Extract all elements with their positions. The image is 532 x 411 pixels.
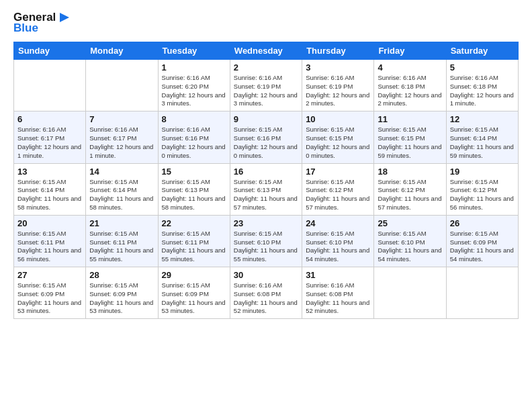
day-number: 16 xyxy=(234,167,298,177)
day-number: 4 xyxy=(378,62,442,73)
day-number: 26 xyxy=(450,218,515,228)
calendar-cell: 25Sunrise: 6:15 AM Sunset: 6:10 PM Dayli… xyxy=(374,215,446,267)
calendar-cell: 21Sunrise: 6:15 AM Sunset: 6:11 PM Dayli… xyxy=(86,215,158,267)
day-info: Sunrise: 6:15 AM Sunset: 6:11 PM Dayligh… xyxy=(17,230,82,264)
logo: General Blue xyxy=(13,11,69,35)
day-number: 3 xyxy=(306,62,370,73)
day-number: 10 xyxy=(306,114,370,124)
logo-blue-text: Blue xyxy=(13,21,38,35)
day-number: 6 xyxy=(17,114,82,124)
day-info: Sunrise: 6:15 AM Sunset: 6:16 PM Dayligh… xyxy=(234,126,298,160)
day-number: 13 xyxy=(17,167,82,177)
day-info: Sunrise: 6:15 AM Sunset: 6:10 PM Dayligh… xyxy=(378,230,442,264)
day-info: Sunrise: 6:15 AM Sunset: 6:13 PM Dayligh… xyxy=(234,178,298,212)
calendar-cell: 10Sunrise: 6:15 AM Sunset: 6:15 PM Dayli… xyxy=(302,111,374,163)
calendar-cell: 11Sunrise: 6:15 AM Sunset: 6:15 PM Dayli… xyxy=(374,111,446,163)
calendar-cell: 23Sunrise: 6:15 AM Sunset: 6:10 PM Dayli… xyxy=(230,215,302,267)
day-info: Sunrise: 6:15 AM Sunset: 6:12 PM Dayligh… xyxy=(306,178,370,212)
svg-marker-0 xyxy=(60,13,69,22)
weekday-header-friday: Friday xyxy=(374,42,446,60)
calendar-cell xyxy=(446,267,518,319)
calendar-cell xyxy=(14,60,86,111)
calendar-cell: 2Sunrise: 6:16 AM Sunset: 6:19 PM Daylig… xyxy=(230,60,302,111)
calendar-week-5: 27Sunrise: 6:15 AM Sunset: 6:09 PM Dayli… xyxy=(14,267,519,319)
calendar-cell: 8Sunrise: 6:16 AM Sunset: 6:16 PM Daylig… xyxy=(158,111,230,163)
day-number: 24 xyxy=(306,218,370,228)
day-info: Sunrise: 6:16 AM Sunset: 6:16 PM Dayligh… xyxy=(162,126,226,160)
day-info: Sunrise: 6:15 AM Sunset: 6:09 PM Dayligh… xyxy=(89,281,154,316)
calendar-week-4: 20Sunrise: 6:15 AM Sunset: 6:11 PM Dayli… xyxy=(14,215,519,267)
calendar-cell: 7Sunrise: 6:16 AM Sunset: 6:17 PM Daylig… xyxy=(86,111,158,163)
page-header: General Blue xyxy=(13,11,519,35)
day-number: 7 xyxy=(89,114,154,124)
calendar-header-row: SundayMondayTuesdayWednesdayThursdayFrid… xyxy=(14,42,519,60)
day-number: 27 xyxy=(17,270,82,280)
day-info: Sunrise: 6:15 AM Sunset: 6:09 PM Dayligh… xyxy=(450,230,515,264)
day-info: Sunrise: 6:15 AM Sunset: 6:12 PM Dayligh… xyxy=(450,178,515,212)
weekday-header-monday: Monday xyxy=(86,42,158,60)
day-number: 11 xyxy=(378,114,442,124)
day-info: Sunrise: 6:15 AM Sunset: 6:14 PM Dayligh… xyxy=(450,126,515,160)
calendar-cell: 4Sunrise: 6:16 AM Sunset: 6:18 PM Daylig… xyxy=(374,60,446,111)
day-number: 31 xyxy=(306,270,370,280)
day-number: 23 xyxy=(234,218,298,228)
weekday-header-thursday: Thursday xyxy=(302,42,374,60)
day-number: 19 xyxy=(450,167,515,177)
day-info: Sunrise: 6:15 AM Sunset: 6:09 PM Dayligh… xyxy=(17,281,82,316)
day-info: Sunrise: 6:15 AM Sunset: 6:15 PM Dayligh… xyxy=(378,126,442,160)
calendar-cell: 13Sunrise: 6:15 AM Sunset: 6:14 PM Dayli… xyxy=(14,163,86,215)
day-info: Sunrise: 6:15 AM Sunset: 6:13 PM Dayligh… xyxy=(162,178,226,212)
day-number: 1 xyxy=(162,62,226,73)
calendar-cell: 27Sunrise: 6:15 AM Sunset: 6:09 PM Dayli… xyxy=(14,267,86,319)
calendar-week-1: 1Sunrise: 6:16 AM Sunset: 6:20 PM Daylig… xyxy=(14,60,519,111)
calendar-cell: 20Sunrise: 6:15 AM Sunset: 6:11 PM Dayli… xyxy=(14,215,86,267)
day-info: Sunrise: 6:15 AM Sunset: 6:09 PM Dayligh… xyxy=(162,281,226,316)
day-number: 12 xyxy=(450,114,515,124)
day-info: Sunrise: 6:15 AM Sunset: 6:14 PM Dayligh… xyxy=(89,178,154,212)
day-info: Sunrise: 6:15 AM Sunset: 6:14 PM Dayligh… xyxy=(17,178,82,212)
day-info: Sunrise: 6:16 AM Sunset: 6:19 PM Dayligh… xyxy=(234,74,298,108)
day-number: 22 xyxy=(162,218,226,228)
day-info: Sunrise: 6:15 AM Sunset: 6:10 PM Dayligh… xyxy=(234,230,298,264)
calendar-cell: 30Sunrise: 6:16 AM Sunset: 6:08 PM Dayli… xyxy=(230,267,302,319)
day-number: 5 xyxy=(450,62,515,73)
calendar-cell: 17Sunrise: 6:15 AM Sunset: 6:12 PM Dayli… xyxy=(302,163,374,215)
calendar-cell: 26Sunrise: 6:15 AM Sunset: 6:09 PM Dayli… xyxy=(446,215,518,267)
calendar-cell: 5Sunrise: 6:16 AM Sunset: 6:18 PM Daylig… xyxy=(446,60,518,111)
day-info: Sunrise: 6:15 AM Sunset: 6:12 PM Dayligh… xyxy=(378,178,442,212)
day-info: Sunrise: 6:16 AM Sunset: 6:08 PM Dayligh… xyxy=(234,281,298,316)
day-number: 2 xyxy=(234,62,298,73)
calendar-cell: 18Sunrise: 6:15 AM Sunset: 6:12 PM Dayli… xyxy=(374,163,446,215)
calendar-cell: 19Sunrise: 6:15 AM Sunset: 6:12 PM Dayli… xyxy=(446,163,518,215)
calendar-cell: 22Sunrise: 6:15 AM Sunset: 6:11 PM Dayli… xyxy=(158,215,230,267)
calendar-week-3: 13Sunrise: 6:15 AM Sunset: 6:14 PM Dayli… xyxy=(14,163,519,215)
day-number: 8 xyxy=(162,114,226,124)
calendar-cell: 6Sunrise: 6:16 AM Sunset: 6:17 PM Daylig… xyxy=(14,111,86,163)
day-info: Sunrise: 6:16 AM Sunset: 6:17 PM Dayligh… xyxy=(89,126,154,160)
day-info: Sunrise: 6:15 AM Sunset: 6:10 PM Dayligh… xyxy=(306,230,370,264)
calendar-cell xyxy=(86,60,158,111)
day-number: 30 xyxy=(234,270,298,280)
day-info: Sunrise: 6:15 AM Sunset: 6:15 PM Dayligh… xyxy=(306,126,370,160)
calendar-body: 1Sunrise: 6:16 AM Sunset: 6:20 PM Daylig… xyxy=(14,60,519,319)
day-number: 18 xyxy=(378,167,442,177)
calendar-cell xyxy=(374,267,446,319)
day-info: Sunrise: 6:16 AM Sunset: 6:17 PM Dayligh… xyxy=(17,126,82,160)
day-number: 21 xyxy=(89,218,154,228)
calendar-cell: 28Sunrise: 6:15 AM Sunset: 6:09 PM Dayli… xyxy=(86,267,158,319)
weekday-header-tuesday: Tuesday xyxy=(158,42,230,60)
day-info: Sunrise: 6:16 AM Sunset: 6:18 PM Dayligh… xyxy=(378,74,442,108)
day-info: Sunrise: 6:16 AM Sunset: 6:08 PM Dayligh… xyxy=(306,281,370,316)
day-number: 29 xyxy=(162,270,226,280)
calendar-cell: 15Sunrise: 6:15 AM Sunset: 6:13 PM Dayli… xyxy=(158,163,230,215)
calendar-cell: 14Sunrise: 6:15 AM Sunset: 6:14 PM Dayli… xyxy=(86,163,158,215)
calendar-cell: 24Sunrise: 6:15 AM Sunset: 6:10 PM Dayli… xyxy=(302,215,374,267)
day-info: Sunrise: 6:15 AM Sunset: 6:11 PM Dayligh… xyxy=(162,230,226,264)
day-info: Sunrise: 6:16 AM Sunset: 6:20 PM Dayligh… xyxy=(162,74,226,108)
calendar-cell: 29Sunrise: 6:15 AM Sunset: 6:09 PM Dayli… xyxy=(158,267,230,319)
day-info: Sunrise: 6:16 AM Sunset: 6:19 PM Dayligh… xyxy=(306,74,370,108)
calendar-cell: 3Sunrise: 6:16 AM Sunset: 6:19 PM Daylig… xyxy=(302,60,374,111)
calendar-week-2: 6Sunrise: 6:16 AM Sunset: 6:17 PM Daylig… xyxy=(14,111,519,163)
calendar-cell: 16Sunrise: 6:15 AM Sunset: 6:13 PM Dayli… xyxy=(230,163,302,215)
calendar-cell: 12Sunrise: 6:15 AM Sunset: 6:14 PM Dayli… xyxy=(446,111,518,163)
